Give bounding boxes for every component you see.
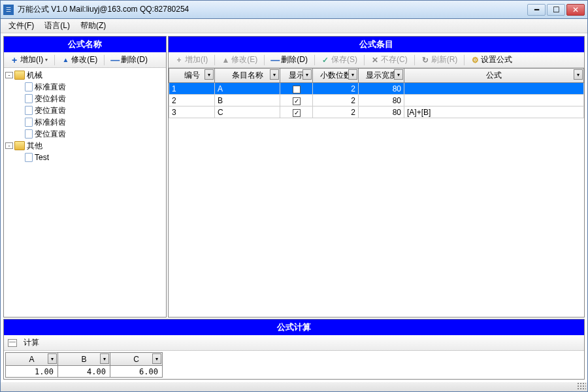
table-row[interactable]: 1A✓280 [169,83,584,95]
cell-formula[interactable]: [A]+[B] [404,106,584,118]
tree-item[interactable]: 标准直齿 [16,81,165,93]
cell-name[interactable]: B [215,95,280,106]
delete-label: 删除(D) [281,54,308,65]
edit-button[interactable]: ▲修改(E) [218,52,261,67]
cell-id[interactable]: 1 [169,83,215,95]
separator [364,55,365,65]
cell-show[interactable]: ✓ [280,95,313,106]
entry-grid-area[interactable]: 编号▾ 条目名称▾ 显示▾ 小数位数▾ 显示宽度▾ 公式▾ 1A✓2802B✓2… [169,68,584,317]
delete-button[interactable]: — 删除(D) [107,52,152,67]
file-icon [25,82,33,91]
table-row[interactable]: 3C✓280[A]+[B] [169,106,584,118]
cell-width[interactable]: 80 [359,83,404,95]
add-label: 增加(I) [185,54,208,65]
cell-formula[interactable] [404,83,584,95]
top-panels: 公式名称 + 增加(I) ▾ ▲ 修改(E) — 删除(D) [3,36,585,318]
delete-button[interactable]: —删除(D) [267,52,312,67]
cell-id[interactable]: 2 [169,95,215,106]
checkbox[interactable]: ✓ [293,97,301,105]
cell-name[interactable]: A [215,83,280,95]
calc-value-cell[interactable]: 1.00 [6,366,58,378]
filter-dropdown[interactable]: ▾ [204,69,214,80]
filter-dropdown[interactable]: ▾ [48,353,57,364]
tree-item[interactable]: 变位斜齿 [16,93,165,105]
resize-grip[interactable] [577,382,586,390]
cell-decimals[interactable]: 2 [313,95,359,106]
file-icon [25,106,33,115]
tree-label: 标准斜齿 [35,117,66,128]
col-formula[interactable]: 公式▾ [404,69,584,83]
formula-tree[interactable]: - 机械 标准直齿 变位斜齿 变位直齿 标准斜齿 变位直齿 - 其他 [4,68,166,317]
expand-icon[interactable]: - [5,142,13,149]
add-button[interactable]: +增加(I) [171,52,212,67]
x-icon: ✕ [371,56,379,64]
minus-icon: — [271,56,279,64]
calc-col-header[interactable]: B▾ [58,353,110,366]
col-decimals[interactable]: 小数位数▾ [313,69,359,83]
separator [104,55,105,65]
entry-grid: 编号▾ 条目名称▾ 显示▾ 小数位数▾ 显示宽度▾ 公式▾ 1A✓2802B✓2… [169,68,584,118]
separator [214,55,215,65]
filter-dropdown[interactable]: ▾ [152,353,161,364]
cell-width[interactable]: 80 [359,95,404,106]
calc-value-cell[interactable]: 6.00 [110,366,163,378]
menu-language[interactable]: 语言(L) [39,19,75,33]
triangle-icon: ▲ [221,56,229,64]
main-window: ☰ 万能公式 V1.0 Mail:liuyj@163.com QQ:827802… [0,0,588,392]
maximize-button[interactable]: ☐ [547,4,565,16]
tree-item[interactable]: 变位直齿 [16,105,165,116]
file-icon [25,94,33,103]
tree-label: 标准直齿 [35,82,66,93]
filter-dropdown[interactable]: ▾ [270,69,279,80]
tree-node-mechanical[interactable]: - 机械 [5,69,165,81]
cell-show[interactable]: ✓ [280,83,313,95]
filter-dropdown[interactable]: ▾ [302,69,312,80]
set-formula-button[interactable]: ⚙设置公式 [467,52,516,67]
col-show[interactable]: 显示▾ [280,69,313,83]
edit-button[interactable]: ▲ 修改(E) [57,52,101,67]
grid-header-row: 编号▾ 条目名称▾ 显示▾ 小数位数▾ 显示宽度▾ 公式▾ [169,69,584,83]
cell-formula[interactable] [404,95,584,106]
cell-width[interactable]: 80 [359,106,404,118]
calc-toolbar: 计算 [4,335,584,351]
cell-decimals[interactable]: 2 [313,106,359,118]
menu-file[interactable]: 文件(F) [3,19,39,33]
calc-col-header[interactable]: A▾ [6,353,58,366]
refresh-button[interactable]: ↻刷新(R) [417,52,462,67]
cell-decimals[interactable]: 2 [313,83,359,95]
calculator-icon [8,339,17,347]
tree-item[interactable]: Test [16,152,165,163]
tree-item[interactable]: 标准斜齿 [16,116,165,128]
calc-value-cell[interactable]: 4.00 [58,366,110,378]
tree-label: 机械 [27,70,42,81]
filter-dropdown[interactable]: ▾ [348,69,357,80]
calc-header-row: A▾B▾C▾ [6,353,163,366]
calc-col-header[interactable]: C▾ [110,353,163,366]
col-name[interactable]: 条目名称▾ [215,69,280,83]
checkbox[interactable]: ✓ [293,86,301,93]
close-button[interactable]: ✕ [566,4,585,16]
tree-node-other[interactable]: - 其他 [5,140,165,152]
cell-show[interactable]: ✓ [280,106,313,118]
cell-id[interactable]: 3 [169,106,215,118]
nosave-button[interactable]: ✕不存(C) [367,52,412,67]
save-button[interactable]: ✓保存(S) [318,52,361,67]
titlebar[interactable]: ☰ 万能公式 V1.0 Mail:liuyj@163.com QQ:827802… [1,1,587,19]
calculate-button[interactable]: 计算 [20,335,43,350]
add-button[interactable]: + 增加(I) ▾ [7,52,52,67]
edit-label: 修改(E) [71,54,97,65]
checkbox[interactable]: ✓ [293,109,301,117]
content-area: 公式名称 + 增加(I) ▾ ▲ 修改(E) — 删除(D) [1,33,587,382]
table-row[interactable]: 2B✓280 [169,95,584,106]
minimize-button[interactable]: ━ [527,4,546,16]
col-id[interactable]: 编号▾ [169,69,215,83]
menu-help[interactable]: 帮助(Z) [75,19,111,33]
tree-item[interactable]: 变位直齿 [16,128,165,140]
filter-dropdown[interactable]: ▾ [574,69,583,80]
cell-name[interactable]: C [215,106,280,118]
col-width[interactable]: 显示宽度▾ [359,69,404,83]
expand-icon[interactable]: - [5,72,13,78]
filter-dropdown[interactable]: ▾ [394,69,403,80]
filter-dropdown[interactable]: ▾ [100,353,109,364]
calc-value-row[interactable]: 1.004.006.00 [6,366,163,378]
